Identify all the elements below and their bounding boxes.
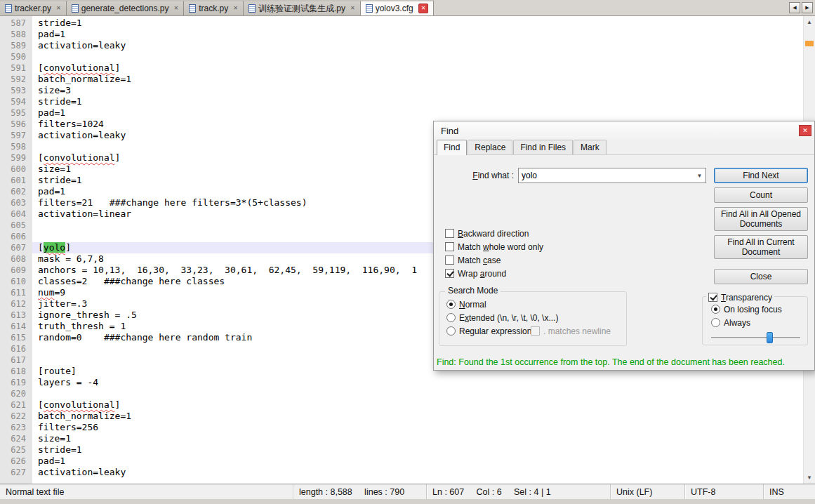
tab-close-icon[interactable]: ✕: [56, 5, 61, 12]
transparency-slider[interactable]: [711, 332, 800, 343]
search-result-marker: [805, 41, 814, 46]
transparency-checkbox[interactable]: Transparency: [708, 291, 772, 304]
line-number: 587: [0, 18, 32, 29]
window-bottom-edge: [0, 499, 815, 504]
search-mode-group: Search Mode NormalExtended (\n, \r, \t, …: [439, 291, 627, 346]
line-text: [convolutional]: [32, 62, 803, 74]
tab-close-icon[interactable]: ✕: [350, 5, 355, 12]
combobox-dropdown-icon[interactable]: ▼: [694, 168, 705, 183]
tab-yolov3-cfg[interactable]: yolov3.cfg✕: [361, 0, 435, 15]
tab-close-icon[interactable]: ✕: [233, 5, 238, 12]
editor-line-588[interactable]: 588pad=1: [0, 29, 803, 40]
find-next-button[interactable]: Find Next: [714, 168, 808, 183]
find-what-input[interactable]: [519, 168, 694, 183]
line-number: 606: [0, 231, 32, 242]
label: Regular expression: [459, 326, 531, 336]
close-button[interactable]: Close: [714, 269, 808, 284]
editor-line-620[interactable]: 620: [0, 388, 803, 399]
editor-line-619[interactable]: 619layers = -4: [0, 377, 803, 388]
find-all-in-all-opened-documents-button[interactable]: Find All in All Opened Documents: [714, 207, 808, 231]
line-number: 610: [0, 276, 32, 287]
tab-close-icon[interactable]: ✕: [174, 5, 179, 12]
line-number: 625: [0, 444, 32, 456]
find-dialog-tab-replace[interactable]: Replace: [468, 140, 512, 154]
editor-line-625[interactable]: 625stride=1: [0, 444, 803, 456]
statusbar-insert-mode[interactable]: INS: [763, 484, 815, 499]
tab-label: tracker.py: [15, 4, 51, 13]
line-text: batch_normalize=1: [32, 74, 803, 85]
find-all-in-current-document-button[interactable]: Find All in Current Document: [714, 235, 808, 259]
editor-line-626[interactable]: 626pad=1: [0, 456, 803, 467]
tab-训练验证测试集生成-py[interactable]: 训练验证测试集生成.py✕: [244, 0, 361, 15]
document-icon: [72, 4, 79, 13]
option-wrap-around[interactable]: Wrap around: [445, 267, 543, 280]
find-dialog-tab-find-in-files[interactable]: Find in Files: [513, 140, 573, 154]
find-dialog-tab-find[interactable]: Find: [437, 140, 467, 155]
line-number: 604: [0, 208, 32, 220]
line-number: 589: [0, 40, 32, 51]
label: Backward direction: [458, 229, 529, 239]
find-dialog-tab-mark[interactable]: Mark: [574, 140, 607, 154]
find-dialog-tabs: FindReplaceFind in FilesMark: [434, 140, 814, 155]
label: Match case: [458, 256, 501, 265]
find-dialog-title: Find: [441, 126, 458, 136]
statusbar-eol-format: Unix (LF): [610, 484, 684, 499]
statusbar-length-lines: length : 8,588 lines : 790: [293, 484, 426, 499]
line-text: pad=1: [32, 456, 803, 467]
editor-line-624[interactable]: 624size=1: [0, 433, 803, 444]
count-button[interactable]: Count: [714, 187, 808, 203]
line-number: 595: [0, 107, 32, 119]
tab-label: 训练验证测试集生成.py: [258, 3, 345, 15]
editor-line-594[interactable]: 594stride=1: [0, 96, 803, 107]
editor-line-590[interactable]: 590: [0, 51, 803, 62]
tab-scroll-left-button[interactable]: ◀: [789, 2, 800, 13]
line-text: size=1: [32, 433, 803, 444]
checkbox-icon: [445, 256, 454, 265]
label: Wrap around: [458, 269, 506, 279]
document-icon: [189, 4, 196, 13]
tab-scroll-right-button[interactable]: ▶: [802, 2, 813, 13]
editor-line-621[interactable]: 621[convolutional]: [0, 399, 803, 411]
line-number: 623: [0, 422, 32, 433]
transparency-slider-handle[interactable]: [767, 332, 773, 343]
dialog-close-icon[interactable]: ✕: [799, 125, 811, 136]
transparency-on-losing-focus[interactable]: On losing focus: [711, 303, 782, 316]
line-number: 594: [0, 96, 32, 107]
find-what-combobox: ▼: [518, 168, 706, 183]
editor-line-592[interactable]: 592batch_normalize=1: [0, 74, 803, 85]
checkbox-icon: [708, 293, 717, 302]
editor-line-595[interactable]: 595pad=1: [0, 107, 803, 119]
tab-close-icon[interactable]: ✕: [418, 4, 429, 13]
line-number: 599: [0, 152, 32, 164]
option-backward-direction[interactable]: Backward direction: [445, 227, 543, 240]
search-mode-normal[interactable]: Normal: [446, 298, 558, 311]
editor-line-591[interactable]: 591[convolutional]: [0, 62, 803, 74]
statusbar-encoding: UTF-8: [684, 484, 763, 499]
tab-label: track.py: [199, 4, 228, 13]
tab-track-py[interactable]: track.py✕: [184, 0, 244, 15]
search-mode-extended-n-r-t-0-x[interactable]: Extended (\n, \r, \t, \0, \x...): [446, 311, 558, 324]
document-icon: [366, 4, 373, 13]
document-icon: [5, 4, 12, 13]
editor-line-623[interactable]: 623filters=256: [0, 422, 803, 433]
line-text: pad=1: [32, 107, 803, 119]
editor-line-622[interactable]: 622batch_normalize=1: [0, 411, 803, 422]
option-match-whole-word-only[interactable]: Match whole word only: [445, 240, 543, 253]
line-number: 597: [0, 130, 32, 141]
line-number: 600: [0, 164, 32, 175]
line-text: batch_normalize=1: [32, 411, 803, 422]
editor-line-589[interactable]: 589activation=leaky: [0, 40, 803, 51]
scroll-down-icon[interactable]: ▼: [804, 472, 815, 484]
tab-tracker-py[interactable]: tracker.py✕: [0, 0, 67, 15]
editor-line-627[interactable]: 627activation=leaky: [0, 467, 803, 478]
option-match-case[interactable]: Match case: [445, 253, 543, 267]
scroll-up-icon[interactable]: ▲: [804, 16, 815, 28]
editor-line-593[interactable]: 593size=3: [0, 85, 803, 96]
transparency-always[interactable]: Always: [711, 316, 782, 329]
find-dialog: Find ✕ FindReplaceFind in FilesMark Find…: [433, 121, 815, 371]
transparency-checkbox-chip: Transparency: [706, 291, 774, 304]
tab-generate-detections-py[interactable]: generate_detections.py✕: [67, 0, 184, 15]
editor-line-587[interactable]: 587stride=1: [0, 18, 803, 29]
document-icon: [249, 4, 256, 13]
slider-track[interactable]: [711, 337, 800, 338]
